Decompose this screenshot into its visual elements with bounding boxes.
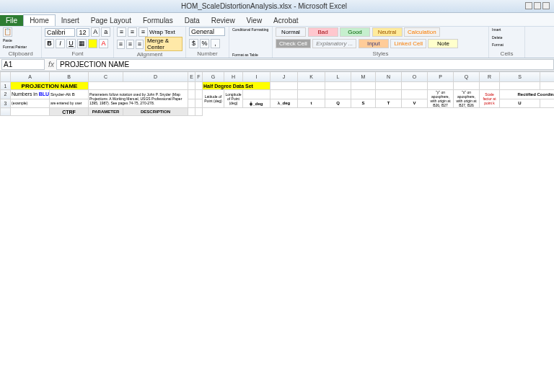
row-header[interactable]: 1 xyxy=(1,82,11,90)
format-painter-label[interactable]: Format Painter xyxy=(3,45,38,49)
cell[interactable] xyxy=(376,82,402,90)
conditional-formatting[interactable]: Conditional Formatting xyxy=(232,27,269,32)
font-name[interactable]: Calibri xyxy=(45,28,75,37)
col-header[interactable]: N xyxy=(376,72,402,82)
paste-button[interactable]: 📋 xyxy=(3,27,12,37)
cell[interactable] xyxy=(540,99,555,108)
cell[interactable]: "x" on aposphere, with origin at B27, B2… xyxy=(454,90,480,108)
cell[interactable]: ϕ_deg xyxy=(243,99,271,108)
cell[interactable]: S xyxy=(351,99,376,108)
cell[interactable] xyxy=(540,82,555,90)
cell[interactable]: Rectified Coordinates xyxy=(500,90,555,99)
align-tl[interactable]: ≡ xyxy=(117,27,126,37)
cell[interactable] xyxy=(325,90,351,99)
cell[interactable] xyxy=(351,90,376,99)
cell[interactable] xyxy=(89,82,188,90)
col-header[interactable]: P xyxy=(428,72,454,82)
cell[interactable] xyxy=(298,82,325,90)
cell[interactable] xyxy=(188,82,195,90)
align-bc[interactable]: ≡ xyxy=(126,40,134,49)
cell[interactable] xyxy=(188,108,195,116)
underline-button[interactable]: U xyxy=(66,39,76,48)
cell[interactable] xyxy=(243,90,271,99)
cell[interactable]: DESCRIPTION xyxy=(123,108,188,116)
cell[interactable] xyxy=(402,82,428,90)
tab-insert[interactable]: Insert xyxy=(56,15,85,26)
wrap-text[interactable]: Wrap Text xyxy=(149,29,175,35)
cell[interactable]: Longitude of Point (deg) xyxy=(224,90,243,108)
row-header[interactable]: 2 xyxy=(1,90,11,99)
cell[interactable]: "y" on aposphere, with origin at B26, B2… xyxy=(428,90,454,108)
col-header[interactable]: B xyxy=(50,72,89,82)
cell[interactable]: PROJECTION NAME xyxy=(11,82,89,90)
comma[interactable]: , xyxy=(211,39,220,48)
cell[interactable]: are entered by user xyxy=(50,99,89,108)
font-color[interactable]: A xyxy=(99,39,108,48)
dec-font[interactable]: a xyxy=(101,27,110,37)
bold-button[interactable]: B xyxy=(45,39,54,48)
italic-button[interactable]: I xyxy=(56,39,65,48)
cell[interactable] xyxy=(325,82,351,90)
col-header[interactable]: C xyxy=(89,72,123,82)
cell[interactable] xyxy=(351,82,376,90)
inc-font[interactable]: A xyxy=(91,27,100,37)
cell[interactable]: Half Degree Data Set xyxy=(203,82,271,90)
cell[interactable]: Snyder-Alt B xyxy=(50,90,89,99)
cell[interactable] xyxy=(195,108,203,116)
cell[interactable] xyxy=(271,90,298,99)
style-check[interactable]: Check Cell xyxy=(276,39,311,48)
style-expl[interactable]: Explanatory ... xyxy=(312,39,356,48)
formula-input[interactable]: PROJECTION NAME xyxy=(56,59,554,70)
tab-view[interactable]: View xyxy=(241,15,268,26)
col-header[interactable]: F xyxy=(195,72,203,82)
tab-home[interactable]: Home xyxy=(23,14,56,26)
number-format[interactable]: General xyxy=(189,27,225,36)
percent[interactable]: % xyxy=(200,39,209,48)
cell[interactable] xyxy=(195,90,203,99)
cell[interactable] xyxy=(298,90,325,99)
align-br[interactable]: ≡ xyxy=(136,40,144,49)
tab-data[interactable]: Data xyxy=(179,15,206,26)
col-header[interactable]: H xyxy=(224,72,243,82)
col-header[interactable]: J xyxy=(271,72,298,82)
cell[interactable] xyxy=(402,90,428,99)
style-linked[interactable]: Linked Cell xyxy=(390,39,426,48)
style-calc[interactable]: Calculation xyxy=(404,27,440,37)
col-header[interactable]: R xyxy=(480,72,500,82)
fx-icon[interactable]: fx xyxy=(46,61,56,68)
col-header[interactable]: O xyxy=(402,72,428,82)
cell[interactable]: Q xyxy=(325,99,351,108)
cell[interactable] xyxy=(195,99,203,108)
cell[interactable]: PARAMETER xyxy=(89,108,123,116)
col-header[interactable]: Q xyxy=(454,72,480,82)
tab-formulas[interactable]: Formulas xyxy=(137,15,179,26)
cell[interactable] xyxy=(428,82,454,90)
spreadsheet-grid[interactable]: ABCDEFGHIJKLMNOPQRSTU 1PROJECTION NAMEHa… xyxy=(0,71,554,392)
col-header[interactable]: G xyxy=(203,72,224,82)
col-header[interactable] xyxy=(1,72,11,82)
cell[interactable]: (example) xyxy=(11,99,50,108)
cell[interactable]: T xyxy=(376,99,402,108)
name-box[interactable]: A1 xyxy=(1,59,45,70)
col-header[interactable]: T xyxy=(540,72,555,82)
format-as-table[interactable]: Format as Table xyxy=(232,53,269,57)
col-header[interactable]: L xyxy=(325,72,351,82)
style-good[interactable]: Good xyxy=(340,27,370,37)
row-header[interactable]: 3 xyxy=(1,99,11,108)
merge-center[interactable]: Merge & Center xyxy=(145,37,183,51)
cell[interactable]: t xyxy=(298,99,325,108)
style-neutral[interactable]: Neutral xyxy=(372,27,403,37)
col-header[interactable]: A xyxy=(11,72,50,82)
font-size[interactable]: 12 xyxy=(76,28,89,37)
cell[interactable] xyxy=(271,82,298,90)
cell[interactable]: λ_deg xyxy=(271,99,298,108)
col-header[interactable]: D xyxy=(123,72,188,82)
col-header[interactable]: S xyxy=(500,72,540,82)
cell[interactable] xyxy=(454,82,480,90)
style-note[interactable]: Note xyxy=(428,39,458,48)
tab-page-layout[interactable]: Page Layout xyxy=(85,15,137,26)
cell[interactable]: Parameters follow notation used by John … xyxy=(89,90,188,108)
tab-acrobat[interactable]: Acrobat xyxy=(268,15,304,26)
window-controls[interactable] xyxy=(524,2,550,11)
style-input[interactable]: Input xyxy=(359,39,389,48)
